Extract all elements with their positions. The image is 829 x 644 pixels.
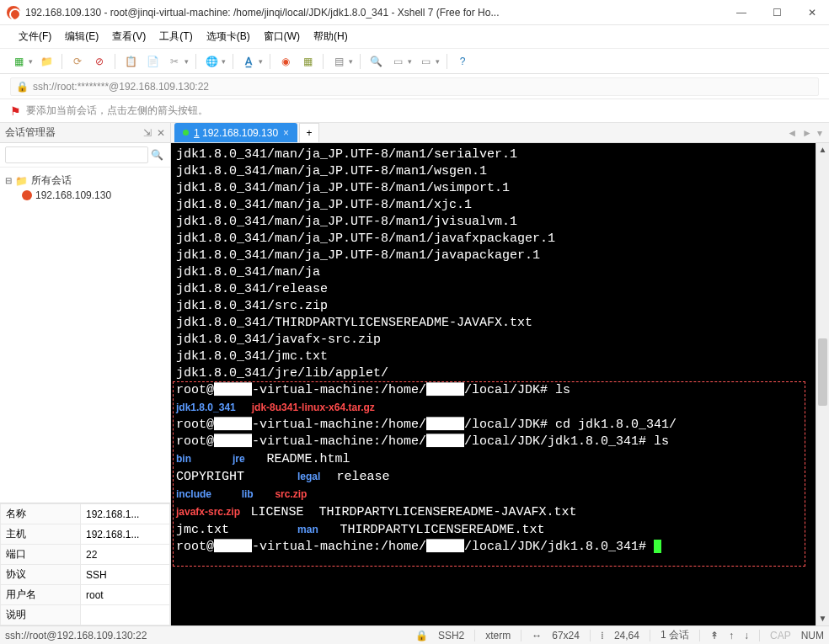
- status-pos: 24,64: [614, 630, 639, 641]
- xftp-icon[interactable]: ▦: [299, 53, 316, 70]
- main: 会话管理器 ⇲ ✕ 🔍 ⊟ 📁 所有会话 192.168.109.130 名称1…: [0, 123, 829, 625]
- session-tree[interactable]: ⊟ 📁 所有会话 192.168.109.130: [0, 168, 170, 503]
- tab-menu-icon[interactable]: ▾: [817, 127, 822, 139]
- statusbar: ssh://root@192.168.109.130:22 🔒 SSH2 xte…: [0, 625, 829, 644]
- bookmark-icon[interactable]: ▭: [417, 53, 434, 70]
- scroll-down-icon[interactable]: ▼: [819, 612, 827, 625]
- lock-icon: 🔒: [16, 81, 29, 93]
- flag-icon: ⚑: [10, 104, 21, 118]
- status-address: ssh://root@192.168.109.130:22: [5, 630, 147, 641]
- open-icon[interactable]: 📁: [38, 53, 55, 70]
- terminal-scrollbar[interactable]: ▲ ▼: [816, 143, 829, 625]
- prop-row: 说明: [1, 605, 170, 625]
- menubar: 文件(F) 编辑(E) 查看(V) 工具(T) 选项卡(B) 窗口(W) 帮助(…: [0, 25, 829, 49]
- tab-session[interactable]: 1 192.168.109.130 ×: [174, 123, 297, 142]
- address-input[interactable]: 🔒 ssh://root:********@192.168.109.130:22: [10, 77, 819, 96]
- paste-icon[interactable]: 📄: [144, 53, 161, 70]
- tab-label: 1 192.168.109.130: [194, 127, 278, 139]
- session-manager: 会话管理器 ⇲ ✕ 🔍 ⊟ 📁 所有会话 192.168.109.130 名称1…: [0, 123, 171, 625]
- close-button[interactable]: ✕: [802, 7, 822, 19]
- status-num: NUM: [801, 630, 824, 641]
- status-lock-icon: 🔒: [415, 630, 428, 641]
- scroll-up-icon[interactable]: ▲: [819, 143, 827, 157]
- content: 1 192.168.109.130 × + ◄ ► ▾ jdk1.8.0_341…: [171, 123, 829, 625]
- session-manager-header: 会话管理器 ⇲ ✕: [0, 123, 170, 143]
- maximize-button[interactable]: ☐: [767, 7, 787, 19]
- session-search-row: 🔍: [0, 143, 170, 168]
- tree-session[interactable]: 192.168.109.130: [3, 189, 167, 202]
- addressbar: 🔒 ssh://root:********@192.168.109.130:22: [0, 74, 829, 99]
- tab-bar: 1 192.168.109.130 × + ◄ ► ▾: [171, 123, 829, 143]
- tab-nav: ◄ ► ▾: [787, 123, 829, 142]
- tab-close-icon[interactable]: ×: [283, 127, 289, 139]
- prop-row: 名称192.168.1...: [1, 504, 170, 524]
- toolbar: ▦▾ 📁 ⟳ ⊘ 📋 📄 ✂▾ 🌐▾ A̲▾ ◉ ▦ ▤▾ 🔍 ▭▾ ▭▾ ?: [0, 49, 829, 74]
- menu-help[interactable]: 帮助(H): [308, 28, 353, 45]
- tab-prev-icon[interactable]: ◄: [787, 127, 797, 139]
- xagent-icon[interactable]: ◉: [277, 53, 294, 70]
- status-size-icon: ↔: [532, 630, 542, 641]
- search-icon[interactable]: 🔍: [148, 146, 165, 163]
- reconnect-icon[interactable]: ⟳: [69, 53, 86, 70]
- status-cap: CAP: [770, 630, 791, 641]
- status-termtype: xterm: [485, 630, 511, 641]
- disconnect-icon[interactable]: ⊘: [91, 53, 108, 70]
- status-nav1[interactable]: ↟: [710, 630, 719, 641]
- folder-icon: 📁: [15, 175, 28, 187]
- hintbar: ⚑ 要添加当前会话，点击左侧的箭头按钮。: [0, 99, 829, 123]
- session-manager-title: 会话管理器: [5, 125, 56, 140]
- minimize-button[interactable]: —: [731, 7, 751, 19]
- terminal[interactable]: jdk1.8.0_341/man/ja_JP.UTF-8/man1/serial…: [171, 143, 816, 625]
- titlebar: 192.168.109.130 - root@jinqi-virtual-mac…: [0, 0, 829, 25]
- prop-row: 用户名root: [1, 585, 170, 605]
- copy-icon[interactable]: 📋: [122, 53, 139, 70]
- address-text: ssh://root:********@192.168.109.130:22: [33, 81, 209, 93]
- menu-tools[interactable]: 工具(T): [154, 28, 197, 45]
- pin-icon[interactable]: ⇲: [143, 127, 152, 139]
- hint-text: 要添加当前会话，点击左侧的箭头按钮。: [26, 104, 208, 118]
- font-icon[interactable]: A̲: [240, 53, 257, 70]
- globe-icon[interactable]: 🌐: [203, 53, 220, 70]
- new-session-icon[interactable]: ▦: [10, 53, 27, 70]
- tab-add-button[interactable]: +: [299, 123, 319, 142]
- prop-row: 端口22: [1, 545, 170, 565]
- search-toolbar-icon[interactable]: 🔍: [367, 53, 384, 70]
- cut-icon[interactable]: ✂: [166, 53, 183, 70]
- session-icon: [22, 190, 32, 200]
- session-properties: 名称192.168.1... 主机192.168.1... 端口22 协议SSH…: [0, 503, 170, 625]
- status-nav3[interactable]: ↓: [744, 630, 749, 641]
- menu-edit[interactable]: 编辑(E): [60, 28, 104, 45]
- panel-close-icon[interactable]: ✕: [157, 127, 165, 139]
- status-sessions: 1 会话: [661, 628, 689, 642]
- status-dot-icon: [183, 130, 189, 136]
- status-proto: SSH2: [438, 630, 464, 641]
- menu-file[interactable]: 文件(F): [13, 28, 56, 45]
- prop-row: 协议SSH: [1, 565, 170, 585]
- expand-icon[interactable]: ⊟: [5, 176, 12, 185]
- session-search-input[interactable]: [5, 146, 148, 163]
- tree-session-label: 192.168.109.130: [35, 189, 111, 201]
- tab-next-icon[interactable]: ►: [802, 127, 812, 139]
- prop-row: 主机192.168.1...: [1, 524, 170, 545]
- menu-window[interactable]: 窗口(W): [259, 28, 305, 45]
- status-nav2[interactable]: ↑: [729, 630, 734, 641]
- tree-root[interactable]: ⊟ 📁 所有会话: [3, 173, 167, 189]
- status-pos-icon: ⁞: [601, 630, 604, 641]
- tree-root-label: 所有会话: [31, 173, 72, 188]
- status-size: 67x24: [552, 630, 580, 641]
- menu-tabs[interactable]: 选项卡(B): [201, 28, 255, 45]
- help-icon[interactable]: ?: [454, 53, 471, 70]
- scroll-thumb[interactable]: [818, 338, 827, 406]
- menu-view[interactable]: 查看(V): [107, 28, 151, 45]
- layout-icon[interactable]: ▤: [330, 53, 347, 70]
- window-title: 192.168.109.130 - root@jinqi-virtual-mac…: [25, 7, 731, 19]
- app-icon: [7, 6, 20, 19]
- window-controls: — ☐ ✕: [731, 7, 822, 19]
- highlight-icon[interactable]: ▭: [389, 53, 406, 70]
